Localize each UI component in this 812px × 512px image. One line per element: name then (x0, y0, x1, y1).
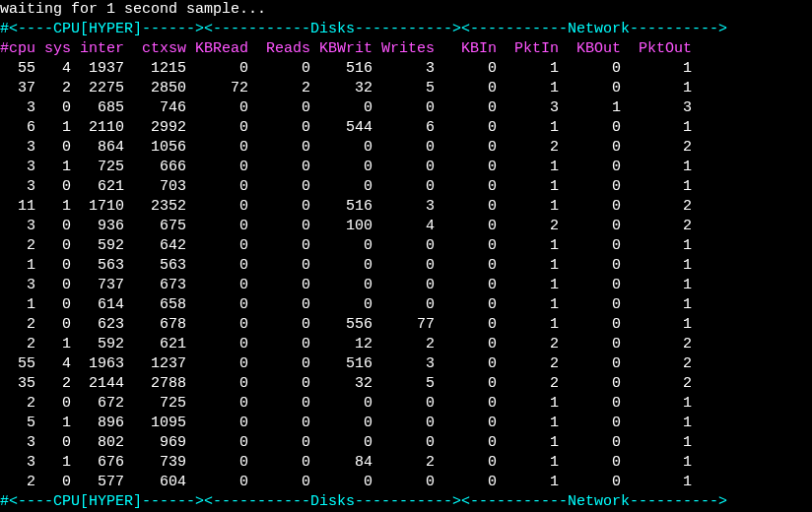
data-row: 6 1 2110 2992 0 0 544 6 0 1 0 1 (0, 118, 812, 138)
data-row: 3 0 864 1056 0 0 0 0 0 2 0 2 (0, 138, 812, 158)
section-rule-bottom: #<----CPU[HYPER]------><-----------Disks… (0, 492, 812, 512)
data-row: 35 2 2144 2788 0 0 32 5 0 2 0 2 (0, 374, 812, 394)
data-row: 37 2 2275 2850 72 2 32 5 0 1 0 1 (0, 79, 812, 98)
terminal-output: waiting for 1 second sample...#<----CPU[… (0, 0, 812, 512)
data-row: 3 0 685 746 0 0 0 0 0 3 1 3 (0, 98, 812, 118)
data-row: 11 1 1710 2352 0 0 516 3 0 1 0 2 (0, 197, 812, 217)
data-row: 5 1 896 1095 0 0 0 0 0 1 0 1 (0, 414, 812, 433)
data-row: 2 1 592 621 0 0 12 2 0 2 0 2 (0, 335, 812, 354)
data-row: 2 0 672 725 0 0 0 0 0 1 0 1 (0, 394, 812, 414)
data-row: 2 0 623 678 0 0 556 77 0 1 0 1 (0, 315, 812, 335)
data-row: 3 1 725 666 0 0 0 0 0 1 0 1 (0, 158, 812, 177)
wait-line: waiting for 1 second sample... (0, 0, 812, 20)
data-row: 3 0 936 675 0 0 100 4 0 2 0 2 (0, 217, 812, 236)
data-row: 55 4 1937 1215 0 0 516 3 0 1 0 1 (0, 59, 812, 79)
data-row: 55 4 1963 1237 0 0 516 3 0 2 0 2 (0, 354, 812, 374)
data-row: 2 0 577 604 0 0 0 0 0 1 0 1 (0, 473, 812, 492)
section-rule-top: #<----CPU[HYPER]------><-----------Disks… (0, 20, 812, 39)
data-row: 3 0 737 673 0 0 0 0 0 1 0 1 (0, 276, 812, 295)
data-row: 1 0 614 658 0 0 0 0 0 1 0 1 (0, 295, 812, 315)
data-row: 1 0 563 563 0 0 0 0 0 1 0 1 (0, 256, 812, 276)
data-row: 3 0 621 703 0 0 0 0 0 1 0 1 (0, 177, 812, 197)
data-row: 3 0 802 969 0 0 0 0 0 1 0 1 (0, 433, 812, 453)
column-headers: #cpu sys inter ctxsw KBRead Reads KBWrit… (0, 39, 812, 59)
data-row: 3 1 676 739 0 0 84 2 0 1 0 1 (0, 453, 812, 473)
data-row: 2 0 592 642 0 0 0 0 0 1 0 1 (0, 236, 812, 256)
